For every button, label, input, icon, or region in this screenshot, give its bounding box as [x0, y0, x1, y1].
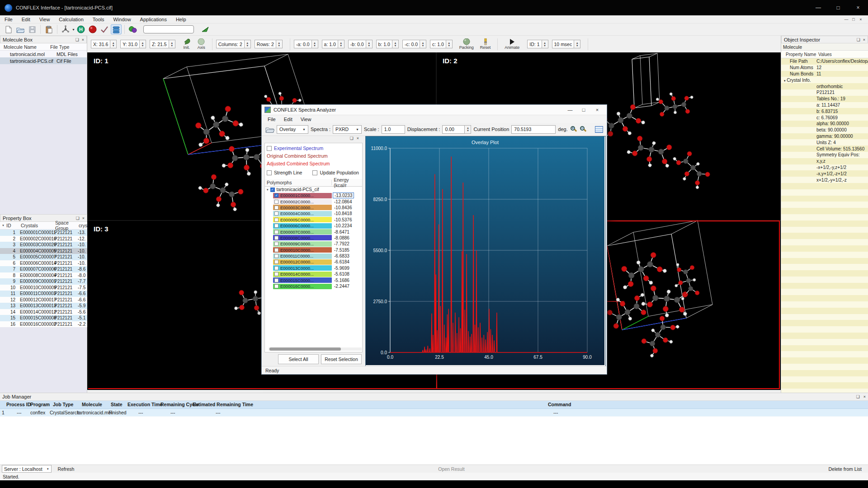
crystal-row[interactable]: 4E000004C000005P212121-10. — [0, 248, 87, 254]
spinner[interactable]: ▲▼ — [392, 40, 399, 48]
id-field[interactable]: ID: 1 — [527, 40, 542, 48]
menu-edit[interactable]: Edit — [17, 17, 35, 22]
spectra-close-button[interactable]: × — [590, 107, 604, 113]
open-file-icon[interactable] — [265, 126, 274, 133]
crystal-row[interactable]: 5E000005C000007P212121-10. — [0, 254, 87, 260]
molecule-row[interactable]: tartronicacid-PCS.cifCif File — [0, 57, 87, 64]
spin-down-icon[interactable]: ▼ — [313, 44, 316, 47]
spectra-maximize-button[interactable]: □ — [577, 107, 590, 113]
polymorph-row[interactable]: E000010C0000...-7.5185 — [265, 247, 362, 253]
x-field[interactable]: X: 31.6 — [91, 40, 110, 48]
inspector-row[interactable]: -x,y+1/2,-z+1/2 — [781, 170, 868, 177]
spectra-type-select[interactable]: PXRD▼ — [333, 125, 362, 134]
spinner[interactable]: ▲▼ — [110, 40, 117, 48]
polymorph-row[interactable]: E000012C0000...-6.6184 — [265, 259, 362, 265]
inspector-row[interactable]: gamma: 90.00000 — [781, 133, 868, 140]
scale-input[interactable]: 1.0 — [382, 125, 405, 134]
inspector-row[interactable]: Cell Volume: 515.13560 — [781, 145, 868, 152]
inspector-row[interactable]: Units Z: 4 — [781, 139, 868, 145]
spin-down-icon[interactable]: ▼ — [448, 44, 450, 47]
save-icon[interactable] — [27, 24, 38, 34]
displacement-input[interactable]: 0.00 — [442, 125, 465, 134]
menu-tools[interactable]: Tools — [88, 17, 109, 22]
polymorph-checkbox[interactable] — [274, 260, 278, 264]
inspector-row[interactable]: File PathC:/Users/conflex/Desktop/... — [781, 58, 868, 65]
float-panel-icon[interactable]: ❏ — [350, 136, 354, 141]
overlay-plot-chart[interactable]: Overlay Plot0.02750.05500.08250.011000.0… — [366, 136, 604, 365]
overlay-plot[interactable]: Overlay Plot0.02750.05500.08250.011000.0… — [365, 136, 606, 366]
open-file-icon[interactable] — [15, 24, 26, 34]
inspector-row[interactable]: Symmetry Equiv Pos: — [781, 152, 868, 158]
spectra-menu-file[interactable]: File — [264, 117, 280, 122]
inspector-row[interactable]: ▾ Crystal Info. — [781, 77, 868, 83]
spinner[interactable]: ▲▼ — [542, 40, 548, 48]
rows-field[interactable]: Rows: 2 — [255, 40, 276, 48]
crystal-row[interactable]: 9E000009C000001P212121-7.7 — [0, 278, 87, 285]
menu-view[interactable]: View — [35, 17, 55, 22]
mdi-minimize-button[interactable]: — — [843, 17, 850, 22]
inspector-row[interactable]: a: 11.14437 — [781, 102, 868, 108]
crystal-row[interactable]: 14E000014C000012P212121-5.6 — [0, 309, 87, 315]
inspector-row[interactable]: x+1/2,-y+1/2,-z — [781, 177, 868, 183]
cell-range-field[interactable]: a: 1.0 — [322, 40, 338, 48]
check-structure-icon[interactable] — [99, 24, 110, 34]
float-panel-icon[interactable]: ❏ — [856, 394, 860, 399]
polymorph-row[interactable]: E000005C0000...-10.5376 — [265, 217, 362, 223]
spinner[interactable]: ▲▼ — [312, 40, 318, 48]
crystal-row[interactable]: 15E000015C000008P212121-5.1 — [0, 315, 87, 321]
data-table-icon[interactable] — [595, 126, 603, 133]
polymorph-checkbox[interactable] — [274, 242, 278, 246]
crystal-row[interactable]: 7E000007C000006P212121-8.6 — [0, 266, 87, 272]
polymorph-checkbox[interactable] — [274, 284, 278, 288]
inspector-row[interactable]: Num Bonds11 — [781, 71, 868, 77]
crystal-row[interactable]: 11E000011C000003P212121-6.6 — [0, 291, 87, 297]
polymorph-checkbox[interactable] — [274, 218, 278, 222]
add-hydrogen-icon[interactable]: H — [75, 24, 86, 34]
refresh-button[interactable]: Refresh — [52, 466, 81, 472]
polymorph-row[interactable]: E000003C0000...-10.8436 — [265, 205, 362, 211]
inspector-row[interactable]: x,y,z — [781, 158, 868, 164]
open-result-button[interactable]: Open Result — [432, 466, 471, 472]
update-population-checkbox[interactable] — [312, 170, 317, 175]
polymorph-checkbox[interactable] — [274, 211, 278, 216]
crystal-row[interactable]: 10E000010C000009P212121-7.5 — [0, 285, 87, 291]
spinner[interactable]: ▲▼ — [420, 40, 426, 48]
menu-applications[interactable]: Applications — [136, 17, 171, 22]
spinner[interactable]: ▲▼ — [465, 125, 471, 134]
float-panel-icon[interactable]: ❏ — [75, 38, 79, 42]
polymorph-checkbox[interactable] — [274, 266, 278, 270]
root-checkbox[interactable]: ✓ — [270, 188, 275, 192]
close-panel-icon[interactable]: × — [863, 38, 865, 42]
zoom-in-icon[interactable]: + — [570, 126, 577, 133]
cell-range-field[interactable]: -c: 0.0 — [402, 40, 420, 48]
polymorph-checkbox[interactable] — [274, 254, 278, 258]
polymorph-energy[interactable]: -13.0233 — [333, 192, 354, 198]
menu-help[interactable]: Help — [171, 17, 191, 22]
spinner[interactable]: ▲▼ — [169, 40, 175, 48]
cell-range-field[interactable]: -a: 0.0 — [294, 40, 312, 48]
crystal-row[interactable]: 12E000012C000017P212121-6.6 — [0, 297, 87, 303]
new-file-icon[interactable] — [3, 24, 14, 34]
atom-sphere-icon[interactable] — [87, 24, 98, 34]
run-icon[interactable] — [200, 24, 211, 34]
packing-button[interactable]: Packing — [459, 38, 474, 50]
polymorph-checkbox[interactable] — [274, 272, 278, 276]
polymorph-row[interactable]: E000007C0000...-8.6471 — [265, 229, 362, 235]
polymorph-row[interactable]: E000013C0000...-5.9699 — [265, 265, 362, 271]
overlay-select[interactable]: Overlay▼ — [277, 125, 308, 134]
polymorph-checkbox[interactable] — [274, 278, 278, 282]
server-select[interactable]: Server : Localhost ▼ — [2, 465, 52, 473]
polymorph-row[interactable]: E000002C0000...-12.0864 — [265, 198, 362, 204]
mdi-close-button[interactable]: × — [857, 17, 864, 22]
polymorph-row[interactable]: E000006C0000...-10.2234 — [265, 223, 362, 229]
menu-window[interactable]: Window — [108, 17, 135, 22]
spin-down-icon[interactable]: ▼ — [368, 44, 370, 47]
axis-button[interactable]: Axis — [198, 38, 205, 50]
reset-button[interactable]: Reset — [480, 38, 491, 50]
build-dropdown-caret[interactable]: ▼ — [72, 28, 75, 31]
reset-selection-button[interactable]: Reset Selection — [321, 354, 362, 364]
inspector-row[interactable]: Tables No.: 19 — [781, 96, 868, 102]
molecule-pair-icon[interactable] — [127, 24, 138, 34]
paste-icon[interactable] — [43, 24, 54, 34]
animate-button[interactable]: Animate — [505, 38, 519, 50]
